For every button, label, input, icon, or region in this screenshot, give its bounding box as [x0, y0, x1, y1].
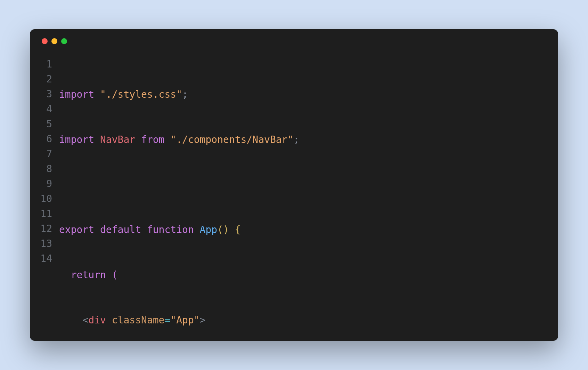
line-number: 10 — [40, 191, 52, 206]
string-literal: "App" — [170, 314, 199, 326]
line-number: 13 — [40, 236, 52, 251]
keyword-default: default — [100, 224, 141, 235]
line-number: 1 — [40, 57, 52, 72]
keyword-export: export — [59, 224, 94, 235]
keyword-import: import — [59, 89, 94, 100]
code-line: import "./styles.css"; — [59, 87, 548, 102]
jsx-angle: < — [82, 314, 88, 326]
code-area[interactable]: 1 2 3 4 5 6 7 8 9 10 11 12 13 14 import … — [40, 57, 548, 341]
paren-open: ( — [112, 269, 118, 281]
keyword-from: from — [141, 134, 164, 145]
close-button[interactable] — [42, 38, 48, 44]
jsx-angle: > — [200, 314, 206, 326]
code-content[interactable]: import "./styles.css"; import NavBar fro… — [59, 57, 548, 341]
semicolon: ; — [182, 89, 188, 100]
code-editor-window: 1 2 3 4 5 6 7 8 9 10 11 12 13 14 import … — [30, 29, 558, 341]
line-number: 3 — [40, 87, 52, 102]
maximize-button[interactable] — [61, 38, 67, 44]
line-number: 5 — [40, 116, 52, 131]
line-number: 2 — [40, 72, 52, 87]
keyword-return: return — [71, 269, 106, 281]
equals: = — [164, 314, 170, 326]
line-number: 14 — [40, 251, 52, 266]
string-literal: "./components/NavBar" — [170, 134, 293, 145]
line-number: 9 — [40, 176, 52, 191]
code-line: return ( — [59, 267, 548, 282]
code-line: import NavBar from "./components/NavBar"… — [59, 132, 548, 147]
minimize-button[interactable] — [51, 38, 57, 44]
window-controls — [42, 38, 548, 44]
line-number: 12 — [40, 221, 52, 236]
jsx-tag: div — [88, 314, 106, 326]
line-number: 4 — [40, 102, 52, 116]
code-line: <div className="App"> — [59, 313, 548, 328]
line-number: 6 — [40, 131, 52, 146]
line-number-gutter: 1 2 3 4 5 6 7 8 9 10 11 12 13 14 — [40, 57, 59, 341]
code-line: export default function App() { — [59, 222, 548, 237]
line-number: 7 — [40, 146, 52, 161]
keyword-import: import — [59, 134, 94, 145]
line-number: 11 — [40, 206, 52, 221]
semicolon: ; — [293, 134, 299, 145]
code-line — [59, 177, 548, 192]
brace-open: { — [235, 224, 241, 235]
identifier: NavBar — [100, 134, 135, 145]
jsx-attr: className — [112, 314, 165, 326]
parentheses: () — [217, 224, 229, 235]
keyword-function: function — [147, 224, 194, 235]
string-literal: "./styles.css" — [100, 89, 182, 100]
line-number: 8 — [40, 161, 52, 176]
function-name: App — [200, 224, 218, 235]
